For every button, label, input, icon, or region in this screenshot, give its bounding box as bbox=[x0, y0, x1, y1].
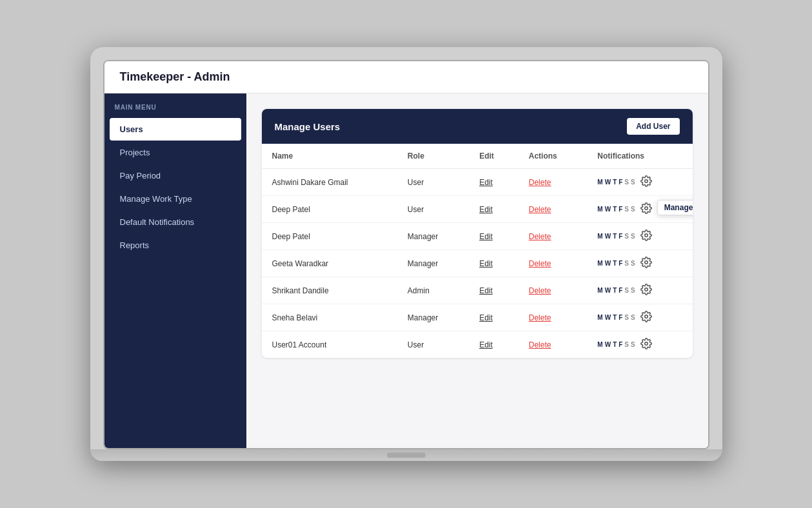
user-name: Geeta Waradkar bbox=[262, 250, 397, 277]
notif-day: S bbox=[624, 314, 629, 321]
user-name: Shrikant Dandile bbox=[262, 277, 397, 304]
notif-day: F bbox=[619, 233, 622, 240]
notif-day: T bbox=[613, 260, 617, 267]
svg-point-3 bbox=[644, 261, 648, 264]
table-row: Deep PatelManagerEditDeleteMWTFSS bbox=[262, 223, 693, 250]
sidebar-item-reports[interactable]: Reports bbox=[110, 234, 241, 257]
edit-link[interactable]: Edit bbox=[479, 259, 493, 268]
user-name: Ashwini Dakare Gmail bbox=[262, 169, 397, 196]
gear-icon[interactable] bbox=[640, 284, 652, 297]
notif-day: F bbox=[619, 314, 622, 321]
sidebar-menu-label: MAIN MENU bbox=[104, 104, 246, 117]
users-table: Name Role Edit Actions Notifications Ash… bbox=[262, 144, 693, 358]
notif-day: W bbox=[605, 341, 611, 348]
user-name: Deep Patel bbox=[262, 196, 397, 223]
notif-day: S bbox=[631, 233, 635, 240]
notif-day: S bbox=[624, 206, 629, 213]
delete-link[interactable]: Delete bbox=[529, 340, 551, 349]
edit-link[interactable]: Edit bbox=[479, 286, 493, 295]
notif-day: W bbox=[605, 260, 611, 267]
gear-icon[interactable] bbox=[640, 257, 652, 270]
notif-day: S bbox=[631, 314, 635, 321]
notif-day: F bbox=[619, 260, 622, 267]
notif-cell: MWTFSS bbox=[597, 311, 682, 324]
notif-day: S bbox=[631, 260, 635, 267]
delete-link[interactable]: Delete bbox=[529, 178, 551, 187]
notif-day: S bbox=[631, 341, 635, 348]
notif-day: T bbox=[613, 206, 617, 213]
notif-day: T bbox=[613, 314, 617, 321]
svg-point-1 bbox=[644, 207, 648, 210]
delete-link[interactable]: Delete bbox=[529, 205, 551, 214]
col-name: Name bbox=[262, 144, 397, 169]
svg-point-2 bbox=[644, 234, 648, 237]
user-role: User bbox=[397, 169, 469, 196]
sidebar-item-pay-period[interactable]: Pay Period bbox=[110, 164, 241, 187]
add-user-button[interactable]: Add User bbox=[627, 118, 679, 135]
sidebar-item-manage-work-type[interactable]: Manage Work Type bbox=[110, 188, 241, 210]
app-title: Timekeeper - Admin bbox=[120, 70, 230, 83]
notif-day: M bbox=[597, 233, 602, 240]
notif-day: W bbox=[605, 287, 611, 294]
manage-users-card: Manage Users Add User Name Role Edit Act… bbox=[262, 109, 693, 358]
notif-day: M bbox=[597, 314, 602, 321]
delete-link[interactable]: Delete bbox=[529, 232, 551, 241]
col-role: Role bbox=[397, 144, 469, 169]
gear-icon[interactable] bbox=[640, 175, 652, 189]
user-role: Manager bbox=[397, 250, 469, 277]
edit-link[interactable]: Edit bbox=[479, 205, 493, 214]
notif-cell: MWTFSS bbox=[597, 257, 682, 270]
edit-link[interactable]: Edit bbox=[479, 178, 493, 187]
notif-day: S bbox=[631, 179, 635, 186]
gear-icon[interactable] bbox=[640, 338, 652, 351]
notif-day: T bbox=[613, 287, 617, 294]
app-header: Timekeeper - Admin bbox=[104, 61, 708, 93]
notif-day: T bbox=[613, 233, 617, 240]
gear-icon[interactable] bbox=[640, 230, 652, 243]
sidebar-item-default-notifications[interactable]: Default Notifications bbox=[110, 211, 241, 233]
user-role: User bbox=[397, 331, 469, 358]
table-row: User01 AccountUserEditDeleteMWTFSS bbox=[262, 331, 693, 358]
notif-cell: MWTFSS Manage bbox=[597, 202, 682, 216]
table-row: Sneha BelaviManagerEditDeleteMWTFSS bbox=[262, 304, 693, 331]
user-name: User01 Account bbox=[262, 331, 397, 358]
delete-link[interactable]: Delete bbox=[529, 259, 551, 268]
table-row: Geeta WaradkarManagerEditDeleteMWTFSS bbox=[262, 250, 693, 277]
notif-cell: MWTFSS bbox=[597, 338, 682, 351]
notif-day: F bbox=[619, 179, 622, 186]
edit-link[interactable]: Edit bbox=[479, 340, 493, 349]
notif-day: T bbox=[613, 179, 617, 186]
notif-day: S bbox=[631, 206, 635, 213]
gear-icon-active[interactable]: Manage bbox=[640, 202, 652, 216]
card-header: Manage Users Add User bbox=[262, 109, 693, 144]
delete-link[interactable]: Delete bbox=[529, 313, 551, 322]
svg-point-0 bbox=[644, 180, 648, 183]
gear-icon[interactable] bbox=[640, 311, 652, 324]
svg-point-4 bbox=[644, 288, 648, 291]
table-row: Deep PatelUserEditDeleteMWTFSS Manage bbox=[262, 196, 693, 223]
notif-day: W bbox=[605, 233, 611, 240]
notif-day: F bbox=[619, 287, 622, 294]
user-role: Admin bbox=[397, 277, 469, 304]
table-row: Ashwini Dakare GmailUserEditDeleteMWTFSS bbox=[262, 169, 693, 196]
main-content: Manage Users Add User Name Role Edit Act… bbox=[246, 93, 708, 448]
notif-day: S bbox=[624, 233, 629, 240]
notif-day: F bbox=[619, 341, 622, 348]
sidebar-item-users[interactable]: Users bbox=[110, 118, 241, 141]
notif-day: S bbox=[624, 341, 629, 348]
edit-link[interactable]: Edit bbox=[479, 313, 493, 322]
edit-link[interactable]: Edit bbox=[479, 232, 493, 241]
user-role: Manager bbox=[397, 223, 469, 250]
notif-day: W bbox=[605, 206, 611, 213]
card-title: Manage Users bbox=[275, 121, 341, 132]
notif-day: F bbox=[619, 206, 622, 213]
sidebar-item-projects[interactable]: Projects bbox=[110, 141, 241, 164]
col-actions: Actions bbox=[519, 144, 588, 169]
user-name: Sneha Belavi bbox=[262, 304, 397, 331]
notif-day: M bbox=[597, 260, 602, 267]
notif-day: S bbox=[631, 287, 635, 294]
table-row: Shrikant DandileAdminEditDeleteMWTFSS bbox=[262, 277, 693, 304]
delete-link[interactable]: Delete bbox=[529, 286, 551, 295]
app-body: MAIN MENU Users Projects Pay Period Mana… bbox=[104, 93, 708, 448]
notif-cell: MWTFSS bbox=[597, 230, 682, 243]
